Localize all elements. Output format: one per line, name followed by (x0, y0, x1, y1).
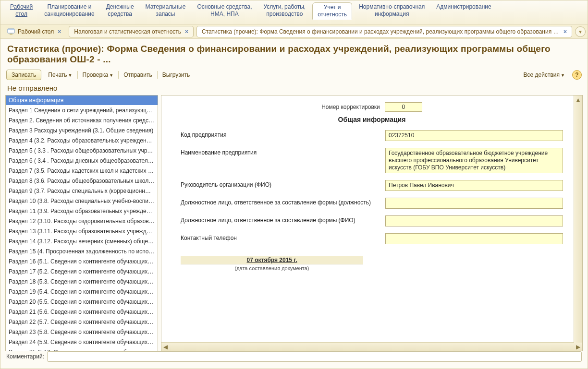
nav-item[interactable]: Раздел 2. Сведения об источниках получен… (6, 116, 158, 126)
section-2[interactable]: Денежныесредства (101, 2, 139, 19)
comment-label: Комментарий: (6, 353, 44, 360)
nav-item[interactable]: Раздел 16 (5.1. Сведения о контингенте о… (6, 257, 158, 267)
nav-item[interactable]: Раздел 8 (3.6. Расходы общеобразовательн… (6, 176, 158, 186)
nav-item[interactable]: Раздел 11 (3.9. Расходы образовательных … (6, 206, 158, 216)
section-0[interactable]: Рабочийстол (5, 2, 37, 19)
nav-item[interactable]: Раздел 14 (3.12. Расходы вечерних (сменн… (6, 237, 158, 247)
nav-item[interactable]: Раздел 6 ( 3.4 . Расходы дневных общеобр… (6, 156, 158, 166)
nav-item[interactable]: Раздел 13 (3.11. Расходы образовательных… (6, 226, 158, 237)
field-label: Наименование предприятия (181, 148, 376, 156)
send-button[interactable]: Отправить (123, 71, 152, 78)
section-4[interactable]: Основные средства,НМА, НПА (192, 2, 257, 19)
nav-item[interactable]: Раздел 23 (5.8. Сведения о контингенте о… (6, 327, 158, 337)
document-date[interactable]: 07 октября 2015 г. (181, 256, 363, 264)
tabs-dropdown-button[interactable]: ▾ (575, 26, 586, 37)
section-list[interactable]: Общая информацияРаздел 1 Сведения о сети… (5, 95, 158, 351)
comment-input[interactable] (47, 351, 582, 362)
field-value[interactable] (385, 198, 563, 209)
nav-item[interactable]: Раздел 5 ( 3.3 . Расходы общеобразовател… (6, 146, 158, 156)
nav-item[interactable]: Раздел 24 (5.9. Сведения о контингенте о… (6, 337, 158, 347)
sections-nav: РабочийстолПланирование исанкционировани… (0, 0, 588, 25)
scroll-up-icon[interactable]: ▲ (574, 95, 582, 104)
nav-item[interactable]: Раздел 22 (5.7. Сведения о контингенте о… (6, 317, 158, 327)
write-button[interactable]: Записать (6, 70, 41, 80)
check-button[interactable]: Проверка▼ (83, 71, 114, 78)
nav-item[interactable]: Раздел 20 (5.5. Сведения о контингенте о… (6, 297, 158, 307)
nav-item[interactable]: Раздел 1 Сведения о сети учреждений, реа… (6, 106, 158, 116)
field-label: Код предприятия (181, 130, 376, 138)
chevron-down-icon: ▾ (579, 28, 582, 35)
send-status: Не отправлено (0, 83, 588, 95)
tab-tax-report[interactable]: Налоговая и статистическая отчетность × (69, 26, 194, 37)
correction-value[interactable]: 0 (385, 102, 422, 112)
form-section-title: Общая информация (181, 116, 563, 123)
close-icon[interactable]: × (564, 28, 567, 35)
section-3[interactable]: Материальныезапасы (141, 2, 191, 19)
field-value[interactable]: Государственное образовательное бюджетно… (385, 148, 563, 173)
field-value[interactable] (385, 215, 563, 226)
document-date-caption: (дата составления документа) (181, 265, 363, 271)
page-title: Статистика (прочие): Форма Сведения о фи… (0, 39, 588, 68)
nav-item[interactable]: Раздел 19 (5.4. Сведения о контингенте о… (6, 287, 158, 297)
field-value[interactable]: Петров Павел Иванович (385, 180, 563, 191)
help-button[interactable]: ? (572, 70, 582, 80)
vertical-scrollbar[interactable]: ▲ (574, 95, 582, 343)
close-icon[interactable]: × (185, 28, 188, 35)
nav-item[interactable]: Раздел 3 Расходы учреждений (3.1. Общие … (6, 126, 158, 136)
open-tabs: Рабочий стол × Налоговая и статистическа… (0, 25, 588, 39)
comment-row: Комментарий: (0, 348, 588, 365)
nav-item[interactable]: Раздел 7 (3.5. Расходы кадетских школ и … (6, 166, 158, 176)
nav-item[interactable]: Раздел 9 (3.7. Расходы специальных (корр… (6, 186, 158, 196)
print-button[interactable]: Печать▼ (48, 71, 72, 78)
tab-statistics-form[interactable]: Статистика (прочие): Форма Сведения о фи… (196, 26, 572, 37)
section-1[interactable]: Планирование исанкционирование (39, 2, 99, 19)
nav-item[interactable]: Раздел 4 (3.2. Расходы образовательных у… (6, 136, 158, 146)
field-label: Контактный телефон (181, 233, 376, 241)
nav-item[interactable]: Раздел 10 (3.8. Расходы специальных учеб… (6, 196, 158, 206)
chevron-down-icon: ▼ (561, 73, 565, 78)
svg-rect-2 (10, 34, 12, 35)
field-label: Руководитель организации (ФИО) (181, 180, 376, 188)
chevron-down-icon: ▼ (68, 73, 73, 78)
svg-rect-1 (8, 29, 14, 30)
section-6[interactable]: Учет иотчетность (312, 2, 352, 20)
nav-item[interactable]: Раздел 15 (4. Просроченная задолженность… (6, 247, 158, 257)
section-8[interactable]: Администрирование (431, 2, 496, 12)
chevron-down-icon: ▼ (109, 73, 113, 78)
tab-label: Налоговая и статистическая отчетность (74, 28, 181, 35)
tab-home[interactable]: Рабочий стол × (2, 26, 66, 37)
toolbar: Записать Печать▼ Проверка▼ Отправить Выг… (0, 68, 588, 83)
all-actions-button[interactable]: Все действия▼ (524, 71, 565, 78)
form-content: Номер корректировки 0 Общая информация К… (161, 95, 583, 351)
nav-item[interactable]: Раздел 21 (5.6. Сведения о контингенте о… (6, 307, 158, 317)
field-label: Должностное лицо, ответственное за соста… (181, 198, 376, 206)
section-7[interactable]: Нормативно-справочнаяинформация (354, 2, 429, 19)
nav-item[interactable]: Общая информация (6, 95, 158, 106)
export-button[interactable]: Выгрузить (162, 71, 190, 78)
nav-item[interactable]: Раздел 12 (3.10. Расходы оздоровительных… (6, 216, 158, 226)
nav-item[interactable]: Раздел 17 (5.2. Сведения о контингенте о… (6, 267, 158, 277)
tab-label: Статистика (прочие): Форма Сведения о фи… (202, 28, 560, 35)
tab-home-label: Рабочий стол (18, 28, 54, 35)
correction-label: Номер корректировки (321, 104, 380, 110)
field-label: Должностное лицо, ответственное за соста… (181, 215, 376, 224)
field-value[interactable] (385, 233, 563, 244)
desktop-icon (7, 28, 15, 35)
field-value[interactable]: 02372510 (385, 130, 563, 141)
close-icon[interactable]: × (58, 28, 61, 35)
nav-item[interactable]: Раздел 18 (5.3. Сведения о контингенте о… (6, 277, 158, 287)
section-5[interactable]: Услуги, работы,производство (258, 2, 310, 19)
